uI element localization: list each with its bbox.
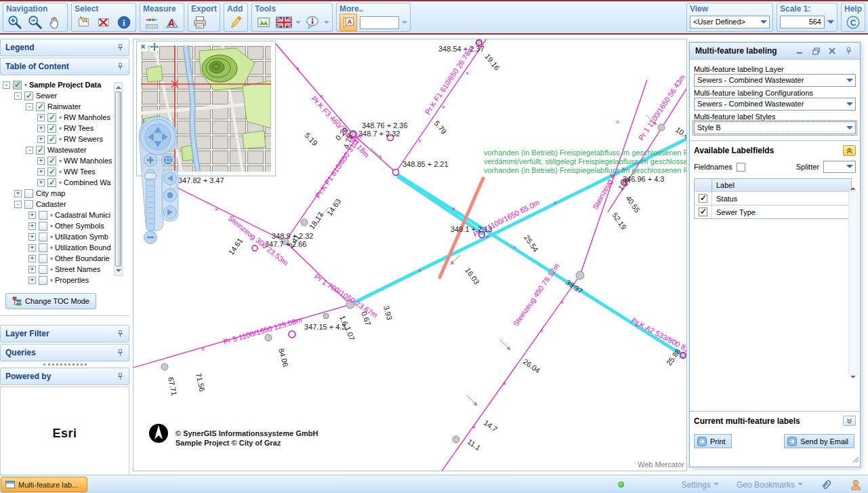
- expander-icon[interactable]: -: [14, 92, 22, 100]
- expander-icon[interactable]: +: [28, 266, 36, 273]
- measure-label-icon[interactable]: A: [163, 14, 181, 31]
- zoom-in-icon[interactable]: [6, 14, 24, 31]
- labeling-config-select[interactable]: Sewers - Combined Wastewater: [694, 98, 856, 111]
- layer-dropdown-caret[interactable]: ▾: [59, 136, 62, 142]
- expander-icon[interactable]: -: [26, 103, 33, 111]
- layer-dropdown-caret[interactable]: ▾: [50, 245, 53, 251]
- toc-item-city-map[interactable]: +City map: [14, 188, 129, 199]
- scroll-up-icon[interactable]: [850, 184, 856, 190]
- more-dropdown-caret[interactable]: [402, 21, 407, 26]
- pin-icon[interactable]: [117, 349, 124, 357]
- close-icon[interactable]: ×: [138, 42, 148, 52]
- expander-icon[interactable]: +: [37, 125, 45, 132]
- scrollbar-thumb[interactable]: [115, 92, 121, 267]
- expander-icon[interactable]: +: [28, 222, 36, 230]
- fieldnames-checkbox[interactable]: [737, 163, 745, 172]
- layer-checkbox[interactable]: [39, 211, 47, 220]
- expander-icon[interactable]: -: [14, 201, 22, 208]
- move-icon[interactable]: [150, 42, 159, 52]
- zoom-out-icon[interactable]: [26, 14, 44, 31]
- layer-checkbox[interactable]: [47, 178, 56, 187]
- layer-dropdown-caret[interactable]: ▾: [59, 158, 62, 164]
- measure-distance-icon[interactable]: [143, 14, 161, 31]
- paperclip-icon[interactable]: [821, 479, 833, 491]
- multi-feature-label-icon[interactable]: A: [339, 14, 357, 31]
- expander-icon[interactable]: +: [14, 190, 22, 197]
- label-search-input[interactable]: [360, 16, 399, 29]
- table-row-sewer-type[interactable]: Sewer Type: [695, 205, 851, 218]
- map-navigation-widget[interactable]: x: [136, 115, 184, 248]
- scroll-down-icon[interactable]: [850, 376, 856, 381]
- panel-titlebar[interactable]: Multi-feature labeling: [690, 43, 860, 60]
- close-icon[interactable]: [826, 45, 838, 56]
- panel-header-queries[interactable]: Queries: [0, 344, 129, 361]
- layer-checkbox[interactable]: [39, 276, 47, 285]
- expand-section-icon[interactable]: [843, 416, 856, 426]
- change-toc-mode-button[interactable]: Change TOC Mode: [5, 293, 96, 309]
- expander-icon[interactable]: +: [28, 212, 36, 219]
- language-flag-icon[interactable]: [275, 14, 293, 31]
- layer-checkbox[interactable]: [47, 135, 56, 144]
- label-column-header[interactable]: Label: [712, 179, 851, 191]
- layer-dropdown-caret[interactable]: ▾: [24, 82, 27, 88]
- layer-checkbox[interactable]: [47, 113, 56, 122]
- layer-checkbox[interactable]: [39, 254, 47, 263]
- layer-dropdown-caret[interactable]: ▾: [59, 125, 62, 132]
- layer-checkbox[interactable]: [39, 265, 47, 274]
- zoom-slider-handle[interactable]: [145, 173, 156, 179]
- label-style-select[interactable]: Style B: [694, 121, 856, 134]
- layer-checkbox[interactable]: [24, 92, 33, 100]
- layer-checkbox[interactable]: [47, 167, 56, 176]
- panel-header-legend[interactable]: Legend: [0, 39, 129, 56]
- info-dropdown-caret[interactable]: [324, 21, 329, 26]
- expander-icon[interactable]: -: [26, 146, 33, 154]
- layer-dropdown-caret[interactable]: ▾: [50, 234, 53, 240]
- toc-item-properties[interactable]: +▾Properties: [28, 275, 129, 285]
- collapse-section-icon[interactable]: [843, 145, 856, 156]
- layer-dropdown-caret[interactable]: ▾: [50, 267, 53, 273]
- print-button[interactable]: Print: [694, 434, 732, 448]
- panel-header-powered-by[interactable]: Powered by: [0, 368, 129, 385]
- layer-dropdown-caret[interactable]: ▾: [59, 115, 62, 121]
- toc-item-sample-project-data[interactable]: -▾Sample Project Data: [3, 79, 129, 90]
- panel-header-toc[interactable]: Table of Content: [0, 58, 129, 75]
- toc-item-cadaster[interactable]: -Cadaster: [14, 199, 129, 210]
- scroll-up-icon[interactable]: [115, 83, 122, 91]
- layer-checkbox[interactable]: [39, 243, 47, 252]
- panel-scrollbar[interactable]: [848, 184, 858, 381]
- print-icon[interactable]: [191, 14, 209, 31]
- expander-icon[interactable]: +: [28, 277, 36, 284]
- layer-checkbox[interactable]: [36, 146, 45, 155]
- panel-resize-grip[interactable]: [43, 363, 87, 366]
- expander-icon[interactable]: +: [28, 255, 36, 262]
- layer-dropdown-caret[interactable]: ▾: [50, 256, 53, 262]
- expander-icon[interactable]: +: [37, 179, 45, 186]
- select-features-icon[interactable]: [75, 14, 92, 31]
- expander-icon[interactable]: +: [37, 157, 45, 165]
- map-viewport[interactable]: ××× ××× ×××× ×××× ×××× ××××: [133, 39, 687, 471]
- view-select[interactable]: <User Defined>: [690, 16, 770, 28]
- expander-icon[interactable]: -: [3, 81, 10, 89]
- panel-header-layer-filter[interactable]: Layer Filter: [0, 325, 129, 342]
- layer-checkbox[interactable]: [39, 222, 47, 231]
- minimize-icon[interactable]: [793, 45, 806, 56]
- layer-dropdown-ca[interactable]: ▾: [59, 169, 62, 175]
- layer-dropdown-caret[interactable]: ▾: [50, 212, 53, 218]
- expander-icon[interactable]: +: [28, 233, 36, 241]
- map-snapshot-icon[interactable]: [255, 14, 272, 31]
- layer-checkbox[interactable]: [36, 102, 45, 111]
- scrollbar-track[interactable]: [848, 191, 858, 374]
- layer-checkbox[interactable]: [24, 200, 33, 209]
- geo-bookmarks-menu[interactable]: Geo Bookmarks: [737, 480, 803, 490]
- task-tab-multi-feature-labeling[interactable]: Multi-feature lab...: [1, 477, 87, 492]
- row-checkbox[interactable]: [699, 194, 707, 203]
- language-dropdown-caret[interactable]: [295, 21, 301, 26]
- clear-selection-icon[interactable]: [95, 14, 112, 31]
- pin-icon[interactable]: [117, 62, 124, 71]
- settings-menu[interactable]: Settings: [682, 480, 719, 490]
- layer-dropdown-caret[interactable]: ▾: [50, 223, 53, 229]
- widget-close-icon[interactable]: x: [142, 117, 145, 124]
- pin-icon[interactable]: [117, 330, 124, 338]
- layer-checkbox[interactable]: [47, 157, 56, 165]
- panel-resize-grip[interactable]: [851, 454, 859, 466]
